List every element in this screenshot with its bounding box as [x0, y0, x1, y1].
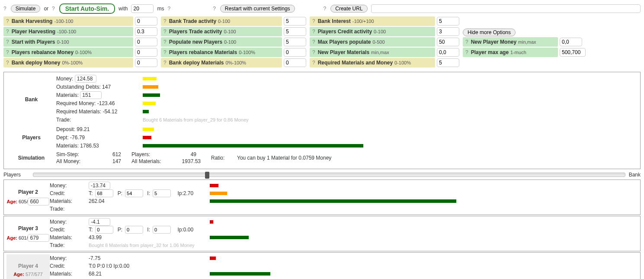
age-label: Age:: [7, 199, 17, 204]
bank-money-label: Money:: [56, 76, 73, 82]
slider-thumb[interactable]: [205, 172, 209, 179]
bar-yellow: [143, 77, 157, 80]
players-dept: Dept: -76.79: [56, 135, 143, 141]
bank-harvest-input[interactable]: [135, 17, 157, 26]
help-icon[interactable]: ?: [465, 49, 468, 55]
help-icon[interactable]: ?: [213, 6, 216, 12]
players-rebal-money-input[interactable]: [135, 48, 157, 57]
age-label: Age:: [13, 272, 24, 277]
create-url-button[interactable]: Create URL: [330, 5, 367, 13]
help-icon[interactable]: ?: [324, 6, 327, 12]
players-deposit: Deposit: 99.21: [56, 126, 143, 132]
player-card: Player 2 Age: 605/660 Money:-13.74 Credi…: [3, 180, 641, 215]
player-harvest-input[interactable]: [135, 27, 157, 36]
help-icon[interactable]: ?: [3, 6, 6, 12]
setting-range: -100-100: [54, 19, 73, 24]
setting-range: 0-100: [57, 39, 69, 45]
player-p-input[interactable]: [125, 189, 143, 197]
help-icon[interactable]: ?: [312, 39, 315, 45]
sim-players-v: 49: [170, 151, 196, 157]
player-t-input[interactable]: [95, 226, 113, 234]
setting-label: Players Credit activity: [318, 29, 372, 35]
sim-ratio-v: You can buy 1 Material for 0.0759 Money: [237, 155, 331, 161]
help-icon[interactable]: ?: [163, 18, 167, 24]
ms-input[interactable]: [131, 4, 154, 13]
help-icon[interactable]: ?: [163, 39, 167, 45]
help-icon[interactable]: ?: [6, 18, 9, 24]
bank-trade-text: Bought 6 Materials from player_29 for 0.…: [143, 117, 249, 122]
bank-money-value: 124.58: [75, 75, 96, 83]
player-i-input[interactable]: [153, 189, 171, 197]
bar-green: [143, 93, 160, 97]
bank-title: Bank: [6, 96, 56, 103]
populate-input[interactable]: [284, 38, 306, 46]
sim-allmoney-k: All Money:: [56, 158, 91, 164]
help-icon[interactable]: ?: [312, 18, 315, 24]
setting-label: Players rebalance Money: [12, 49, 74, 55]
max-players-input[interactable]: [437, 38, 459, 46]
or-label: or: [44, 6, 48, 12]
player-age: 601/: [19, 235, 28, 241]
bank-interest-input[interactable]: [437, 17, 459, 26]
player-materials: 262.04: [89, 198, 105, 204]
players-title: Players: [6, 135, 56, 141]
setting-label: Player Harvesting: [12, 29, 55, 35]
simulate-button[interactable]: Simulate: [11, 5, 41, 13]
settings-grid: ?Bank Harvesting-100-100 ?Player Harvest…: [3, 16, 641, 68]
player-t-input[interactable]: [95, 189, 113, 197]
setting-label: Bank deploy Money: [12, 60, 61, 66]
url-input[interactable]: [371, 4, 641, 13]
slider-right-label: Bank: [629, 172, 641, 178]
start-autosim-button[interactable]: Start Auto-Sim.: [59, 3, 115, 14]
bank-trade-input[interactable]: [284, 17, 306, 26]
player-age-max: 679: [28, 234, 49, 242]
help-icon[interactable]: ?: [312, 60, 315, 66]
new-player-mat-input[interactable]: [437, 48, 459, 57]
help-icon[interactable]: ?: [6, 39, 9, 45]
player-p-input[interactable]: [125, 226, 143, 234]
money-label: Money:: [50, 255, 89, 261]
help-icon[interactable]: ?: [6, 49, 9, 55]
start-players-input[interactable]: [135, 38, 157, 46]
help-icon[interactable]: ?: [312, 49, 315, 55]
players-trade-input[interactable]: [284, 27, 306, 36]
help-icon[interactable]: ?: [52, 6, 55, 12]
setting-range: 0-100: [374, 29, 386, 34]
player-max-age-input[interactable]: [560, 48, 586, 57]
help-icon[interactable]: ?: [167, 6, 170, 12]
slider-track[interactable]: [33, 173, 625, 177]
sim-allmat-v: 1937.53: [175, 158, 201, 164]
hide-options-button[interactable]: Hide more Options: [463, 29, 516, 36]
players-credit-input[interactable]: [437, 27, 459, 36]
age-label: Age:: [7, 235, 17, 241]
players-bank-slider: Players Bank: [3, 172, 641, 178]
help-icon[interactable]: ?: [6, 60, 9, 66]
money-label: Money:: [50, 219, 89, 225]
player-i-input[interactable]: [153, 226, 171, 234]
players-rebal-mat-input[interactable]: [284, 48, 306, 57]
help-icon[interactable]: ?: [163, 60, 167, 66]
bank-deploy-mat-input[interactable]: [284, 58, 306, 67]
setting-label: Max Players populate: [318, 39, 371, 45]
help-icon[interactable]: ?: [6, 29, 9, 35]
player-ip: Ip:0.00: [177, 227, 193, 233]
help-icon[interactable]: ?: [312, 29, 315, 35]
bank-deploy-money-input[interactable]: [135, 58, 157, 67]
req-mat-money-input[interactable]: [437, 58, 459, 67]
help-icon[interactable]: ?: [465, 39, 468, 45]
setting-label: Players Trade activity: [169, 29, 222, 35]
sim-allmoney-v: 147: [95, 158, 121, 164]
player-card: Player 3 Age: 601/679 Money:-4.1 Credit:…: [3, 216, 641, 251]
new-player-money-input[interactable]: [560, 38, 582, 46]
setting-range: 0-500: [372, 39, 384, 45]
credit-label: Credit:: [50, 263, 89, 269]
setting-label: Bank Interest: [318, 18, 351, 24]
help-icon[interactable]: ?: [163, 29, 167, 35]
overview-panel: Bank Money: 124.58 Outstanding Debts: 14…: [3, 72, 641, 169]
restart-button[interactable]: Restart with current Settings: [220, 5, 295, 13]
setting-label: Bank Trade activity: [169, 18, 216, 24]
setting-label: New Player Materials: [318, 49, 369, 55]
help-icon[interactable]: ?: [163, 49, 167, 55]
player-trade-text: Bought 8 Materials from player_32 for 1.…: [89, 243, 195, 248]
bank-trade-label: Trade:: [56, 117, 143, 123]
